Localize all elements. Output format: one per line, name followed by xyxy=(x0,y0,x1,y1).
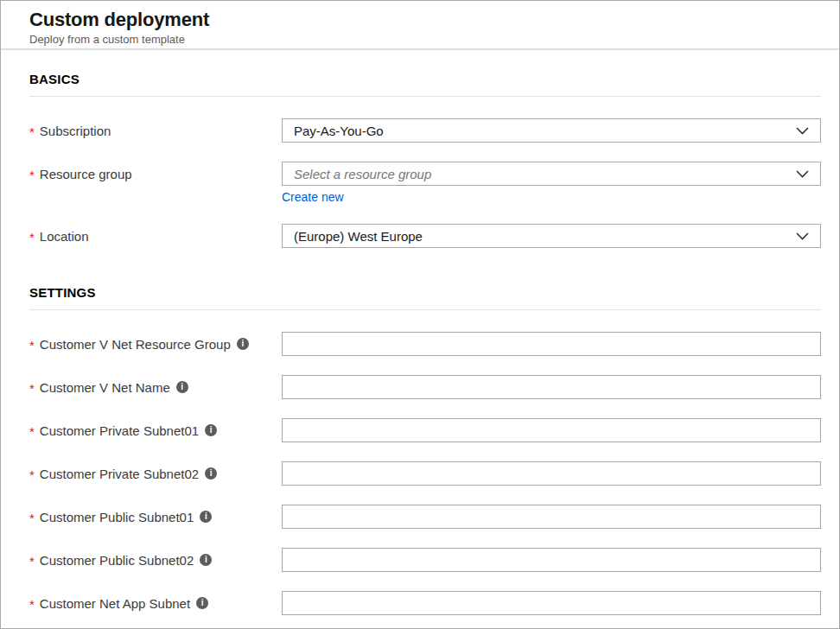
required-asterisk: * xyxy=(29,168,35,182)
customer-public-subnet02-input[interactable] xyxy=(282,548,821,572)
field-row-resource-group: * Resource group Select a resource group… xyxy=(29,162,821,205)
field-label-cell: * Customer V Net Name i xyxy=(29,375,282,399)
subscription-selected-value: Pay-As-You-Go xyxy=(294,124,384,138)
field-label-cell: * Customer Public Subnet01 i xyxy=(29,505,282,529)
field-row-location: * Location (Europe) West Europe xyxy=(29,224,821,248)
location-dropdown[interactable]: (Europe) West Europe xyxy=(282,224,821,248)
deployment-form: BASICS * Subscription Pay-As-You-Go * xyxy=(1,71,839,615)
field-label-cell: * Location xyxy=(29,224,282,248)
field-row-customer-public-subnet01: * Customer Public Subnet01 i xyxy=(29,505,821,529)
customer-private-subnet01-input[interactable] xyxy=(282,418,821,442)
info-icon[interactable]: i xyxy=(196,597,208,609)
field-input-cell xyxy=(282,418,821,442)
field-label-cell: * Customer Private Subnet02 i xyxy=(29,461,282,486)
location-selected-value: (Europe) West Europe xyxy=(294,229,423,244)
required-asterisk: * xyxy=(29,230,35,245)
resource-group-label: Resource group xyxy=(40,167,132,181)
subscription-dropdown[interactable]: Pay-As-You-Go xyxy=(282,118,821,143)
field-input-cell: Select a resource group Create new xyxy=(282,162,821,205)
field-row-customer-private-subnet02: * Customer Private Subnet02 i xyxy=(29,461,821,486)
field-label-cell: * Customer Net App Subnet i xyxy=(29,591,282,615)
customer-private-subnet02-input[interactable] xyxy=(282,461,821,486)
chevron-down-icon xyxy=(796,232,809,240)
customer-vnet-name-input[interactable] xyxy=(282,375,821,399)
field-row-customer-vnet-name: * Customer V Net Name i xyxy=(29,375,821,399)
field-label-cell: * Subscription xyxy=(29,118,282,143)
field-input-cell: Pay-As-You-Go xyxy=(282,118,821,143)
required-asterisk: * xyxy=(29,338,35,353)
field-input-cell xyxy=(282,591,821,615)
resource-group-dropdown[interactable]: Select a resource group xyxy=(282,162,821,186)
chevron-down-icon xyxy=(796,127,809,135)
field-input-cell xyxy=(282,332,821,356)
info-icon[interactable]: i xyxy=(205,424,217,436)
customer-private-subnet01-label: Customer Private Subnet01 xyxy=(40,423,199,438)
field-label-cell: * Customer Public Subnet02 i xyxy=(29,548,282,572)
info-icon[interactable]: i xyxy=(237,338,249,350)
field-label-cell: * Customer V Net Resource Group i xyxy=(29,332,282,356)
customer-public-subnet01-label: Customer Public Subnet01 xyxy=(40,510,194,524)
field-input-cell xyxy=(282,505,821,529)
field-row-customer-private-subnet01: * Customer Private Subnet01 i xyxy=(29,418,821,442)
required-asterisk: * xyxy=(29,511,35,525)
page-subtitle: Deploy from a custom template xyxy=(29,33,839,46)
section-heading-settings: SETTINGS xyxy=(29,284,821,302)
field-input-cell xyxy=(282,548,821,572)
required-asterisk: * xyxy=(29,381,35,396)
info-icon[interactable]: i xyxy=(200,554,212,566)
info-icon[interactable]: i xyxy=(205,467,217,480)
field-label-cell: * Customer Private Subnet01 i xyxy=(29,418,282,442)
required-asterisk: * xyxy=(29,554,35,569)
customer-net-app-subnet-label: Customer Net App Subnet xyxy=(40,596,190,611)
page-title: Custom deployment xyxy=(29,8,839,32)
field-input-cell xyxy=(282,375,821,399)
field-row-customer-public-subnet02: * Customer Public Subnet02 i xyxy=(29,548,821,572)
customer-public-subnet02-label: Customer Public Subnet02 xyxy=(40,553,194,568)
field-row-customer-vnet-resource-group: * Customer V Net Resource Group i xyxy=(29,332,821,356)
info-icon[interactable]: i xyxy=(176,381,188,393)
required-asterisk: * xyxy=(29,597,35,612)
required-asterisk: * xyxy=(29,124,35,139)
required-asterisk: * xyxy=(29,467,35,482)
page-header: Custom deployment Deploy from a custom t… xyxy=(1,1,839,50)
customer-vnet-resource-group-label: Customer V Net Resource Group xyxy=(40,337,231,352)
create-new-link[interactable]: Create new xyxy=(282,190,344,204)
field-input-cell xyxy=(282,461,821,486)
customer-net-app-subnet-input[interactable] xyxy=(282,591,821,615)
section-divider-basics xyxy=(29,96,821,97)
custom-deployment-page: Custom deployment Deploy from a custom t… xyxy=(0,0,840,629)
required-asterisk: * xyxy=(29,424,35,439)
resource-group-placeholder: Select a resource group xyxy=(294,167,431,181)
field-row-customer-net-app-subnet: * Customer Net App Subnet i xyxy=(29,591,821,615)
location-label: Location xyxy=(40,229,89,244)
customer-vnet-resource-group-input[interactable] xyxy=(282,332,821,356)
field-input-cell: (Europe) West Europe xyxy=(282,224,821,248)
customer-public-subnet01-input[interactable] xyxy=(282,505,821,529)
customer-private-subnet02-label: Customer Private Subnet02 xyxy=(40,467,199,481)
field-label-cell: * Resource group xyxy=(29,162,282,186)
customer-vnet-name-label: Customer V Net Name xyxy=(40,380,170,395)
info-icon[interactable]: i xyxy=(200,511,212,523)
subscription-label: Subscription xyxy=(40,124,111,138)
section-heading-basics: BASICS xyxy=(29,71,821,88)
field-row-subscription: * Subscription Pay-As-You-Go xyxy=(29,118,821,143)
section-divider-settings xyxy=(29,309,821,310)
chevron-down-icon xyxy=(796,170,809,178)
